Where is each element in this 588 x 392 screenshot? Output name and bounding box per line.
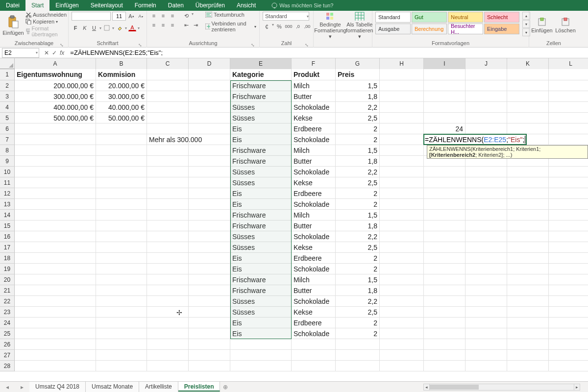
- cell-C12[interactable]: [147, 188, 189, 199]
- italic-button[interactable]: K: [81, 24, 89, 32]
- cell-G13[interactable]: 2: [336, 199, 380, 210]
- sheet-nav-prev-icon[interactable]: ◂: [6, 384, 9, 391]
- style-neutral[interactable]: Neutral: [448, 12, 483, 23]
- cell-L7[interactable]: [549, 134, 588, 145]
- cell-L24[interactable]: [549, 318, 588, 328]
- number-format-combo[interactable]: Standard▾: [263, 12, 309, 21]
- row-header-22[interactable]: 22: [0, 296, 15, 307]
- cell-E9[interactable]: Frischware: [230, 156, 292, 167]
- cell-K25[interactable]: [507, 328, 549, 339]
- cell-C25[interactable]: [147, 328, 189, 339]
- row-header-2[interactable]: 2: [0, 80, 15, 91]
- cell-A7[interactable]: [15, 134, 96, 145]
- cell-E26[interactable]: [230, 339, 292, 350]
- cell-I19[interactable]: [424, 264, 466, 274]
- cell-F17[interactable]: Kekse: [292, 242, 336, 253]
- cell-G14[interactable]: 1,5: [336, 210, 380, 220]
- cell-A4[interactable]: 400.000,00 €: [15, 102, 96, 113]
- cut-button[interactable]: Ausschneiden: [25, 12, 67, 18]
- cell-F19[interactable]: Schokolade: [292, 264, 336, 274]
- cell-G25[interactable]: 2: [336, 328, 380, 339]
- cell-D4[interactable]: [189, 102, 230, 113]
- cell-B28[interactable]: [96, 361, 147, 371]
- cell-A21[interactable]: [15, 285, 96, 296]
- alignment-dialog-launcher-icon[interactable]: ⤡: [250, 42, 255, 47]
- cell-D20[interactable]: [189, 274, 230, 285]
- row-header-8[interactable]: 8: [0, 145, 15, 156]
- cell-H24[interactable]: [380, 318, 424, 328]
- cell-K21[interactable]: [507, 285, 549, 296]
- sheet-tab-artikelliste[interactable]: Artikelliste: [139, 382, 178, 392]
- cell-E28[interactable]: [230, 361, 292, 371]
- cell-H27[interactable]: [380, 350, 424, 361]
- select-all-button[interactable]: [0, 58, 15, 69]
- cell-A5[interactable]: 500.000,00 €: [15, 113, 96, 123]
- cell-D13[interactable]: [189, 199, 230, 210]
- percent-icon[interactable]: %: [275, 23, 283, 30]
- row-header-15[interactable]: 15: [0, 220, 15, 231]
- cell-C8[interactable]: [147, 145, 189, 156]
- cell-K15[interactable]: [507, 220, 549, 231]
- thousands-icon[interactable]: 000: [285, 23, 293, 30]
- font-dialog-launcher-icon[interactable]: ⤡: [138, 42, 143, 47]
- cell-A15[interactable]: [15, 220, 96, 231]
- cell-B4[interactable]: 40.000,00 €: [96, 102, 147, 113]
- cell-E16[interactable]: Süsses: [230, 231, 292, 242]
- cell-K16[interactable]: [507, 231, 549, 242]
- cell-A27[interactable]: [15, 350, 96, 361]
- cell-C27[interactable]: [147, 350, 189, 361]
- cell-F16[interactable]: Schokolade: [292, 231, 336, 242]
- cell-C17[interactable]: [147, 242, 189, 253]
- add-sheet-button[interactable]: ⊕: [220, 384, 231, 391]
- cell-C23[interactable]: [147, 307, 189, 318]
- cell-C15[interactable]: [147, 220, 189, 231]
- cell-C5[interactable]: [147, 113, 189, 123]
- cell-L14[interactable]: [549, 210, 588, 220]
- ribbon-tab-einfügen[interactable]: Einfügen: [49, 0, 84, 11]
- cell-I22[interactable]: [424, 296, 466, 307]
- increase-decimal-icon[interactable]: ,0: [294, 23, 302, 30]
- column-header-E[interactable]: E: [230, 58, 292, 69]
- cell-J6[interactable]: [466, 123, 507, 134]
- cell-J18[interactable]: [466, 253, 507, 264]
- cell-C20[interactable]: [147, 274, 189, 285]
- cell-E21[interactable]: Frischware: [230, 285, 292, 296]
- cell-I25[interactable]: [424, 328, 466, 339]
- cell-F15[interactable]: Butter: [292, 220, 336, 231]
- cell-G10[interactable]: 2,2: [336, 167, 380, 177]
- cell-E23[interactable]: Süsses: [230, 307, 292, 318]
- cell-B24[interactable]: [96, 318, 147, 328]
- cell-D5[interactable]: [189, 113, 230, 123]
- cell-G2[interactable]: 1,5: [336, 80, 380, 91]
- cell-D17[interactable]: [189, 242, 230, 253]
- row-header-24[interactable]: 24: [0, 318, 15, 328]
- column-header-G[interactable]: G: [336, 58, 380, 69]
- cell-F26[interactable]: [292, 339, 336, 350]
- cell-C28[interactable]: [147, 361, 189, 371]
- cell-F24[interactable]: Erdbeere: [292, 318, 336, 328]
- row-header-1[interactable]: 1: [0, 69, 15, 80]
- cell-C13[interactable]: [147, 199, 189, 210]
- cell-H5[interactable]: [380, 113, 424, 123]
- cell-J24[interactable]: [466, 318, 507, 328]
- cell-E8[interactable]: Frischware: [230, 145, 292, 156]
- bold-button[interactable]: F: [72, 24, 79, 32]
- cell-E27[interactable]: [230, 350, 292, 361]
- cell-K27[interactable]: [507, 350, 549, 361]
- row-header-25[interactable]: 25: [0, 328, 15, 339]
- cell-I20[interactable]: [424, 274, 466, 285]
- cell-E10[interactable]: Süsses: [230, 167, 292, 177]
- cell-J14[interactable]: [466, 210, 507, 220]
- cell-K2[interactable]: [507, 80, 549, 91]
- cell-I5[interactable]: [424, 113, 466, 123]
- cell-C14[interactable]: [147, 210, 189, 220]
- column-header-H[interactable]: H: [380, 58, 424, 69]
- cell-L21[interactable]: [549, 285, 588, 296]
- row-header-16[interactable]: 16: [0, 231, 15, 242]
- cell-L4[interactable]: [549, 102, 588, 113]
- cell-A28[interactable]: [15, 361, 96, 371]
- row-header-12[interactable]: 12: [0, 188, 15, 199]
- cell-G17[interactable]: 2,5: [336, 242, 380, 253]
- cell-I17[interactable]: [424, 242, 466, 253]
- row-header-9[interactable]: 9: [0, 156, 15, 167]
